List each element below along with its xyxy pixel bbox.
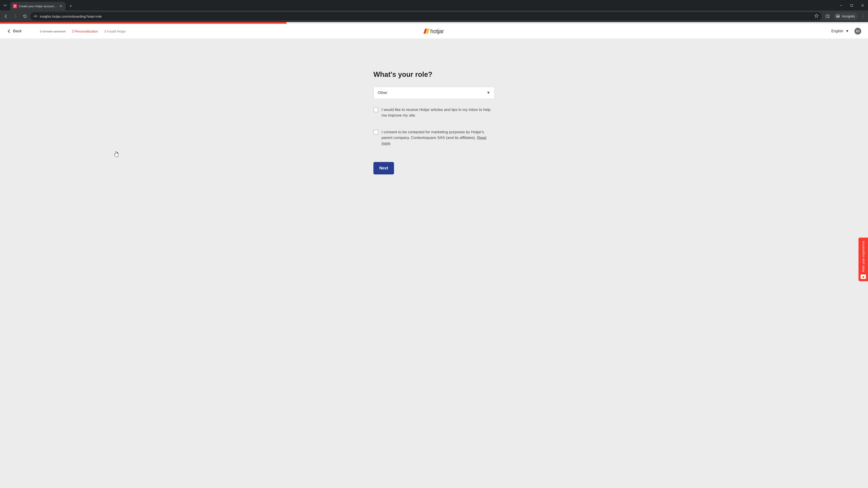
back-label: Back [13,29,22,33]
incognito-label: Incognito [842,14,855,18]
feedback-tab[interactable]: Rate your experience ☻ [859,238,868,281]
marketing-consent-label: I consent to be contacted for marketing … [381,129,495,146]
svg-rect-4 [34,15,35,16]
language-label: English [831,29,843,33]
back-button[interactable]: Back [7,29,22,33]
close-tab-icon[interactable]: ✕ [59,4,63,8]
maximize-icon[interactable] [846,0,857,10]
hotjar-logo-mark-icon [424,29,429,34]
page-heading: What's your role? [373,70,495,78]
url-text: insights.hotjar.com/onboarding?step=role [40,14,812,18]
onboarding-steps: 1 Create account 2 Personalization 3 Ins… [40,29,126,33]
bookmark-star-icon[interactable] [814,14,818,19]
browser-tab-strip: Create your Hotjar account - Ho ✕ + [0,0,868,10]
side-panel-icon[interactable] [823,12,832,20]
reload-icon[interactable] [21,12,29,20]
form-content: What's your role? Other ▼ I would like t… [373,39,495,174]
browser-menu-icon[interactable]: ⋮ [860,14,866,19]
progress-fill [0,22,286,24]
incognito-icon [836,14,840,19]
site-info-icon[interactable] [33,14,37,18]
svg-rect-5 [34,17,35,17]
app-header: Back 1 Create account 2 Personalization … [0,24,868,39]
chevron-down-icon: ▼ [845,29,849,33]
step-install-hotjar: 3 Install Hotjar [104,29,126,33]
page: Back 1 Create account 2 Personalization … [0,22,868,488]
nav-forward-icon [11,12,20,20]
marketing-consent-checkbox[interactable] [373,130,378,135]
svg-point-10 [837,16,838,18]
marketing-consent-text: I consent to be contacted for marketing … [381,130,484,140]
marketing-consent-row: I consent to be contacted for marketing … [373,129,495,146]
address-bar[interactable]: insights.hotjar.com/onboarding?step=role [30,12,822,20]
hotjar-favicon-icon [13,4,17,8]
svg-point-11 [838,16,839,18]
newsletter-checkbox[interactable] [373,107,378,112]
window-controls [835,0,868,10]
new-tab-button[interactable]: + [67,3,74,9]
feedback-smiley-icon: ☻ [861,274,866,279]
progress-bar [0,22,868,24]
user-avatar[interactable]: EJ [855,28,861,35]
feedback-label: Rate your experience [862,241,865,272]
tab-search-dropdown[interactable] [0,0,10,10]
svg-rect-8 [826,15,829,18]
chevron-left-icon [7,29,11,33]
browser-toolbar: insights.hotjar.com/onboarding?step=role… [0,10,868,22]
tab-title: Create your Hotjar account - Ho [19,4,57,8]
hotjar-logo-text: hotjar [430,28,444,35]
nav-back-icon[interactable] [2,12,10,20]
incognito-indicator[interactable]: Incognito [833,12,858,20]
role-select[interactable]: Other ▼ [373,87,495,99]
browser-tab[interactable]: Create your Hotjar account - Ho ✕ [10,2,66,10]
next-button[interactable]: Next [373,162,394,174]
close-window-icon[interactable] [857,0,868,10]
cursor-pointer-icon [114,151,119,157]
minimize-icon[interactable] [835,0,846,10]
newsletter-label: I would like to receive Hotjar articles … [381,107,495,118]
role-select-value: Other [378,91,388,95]
language-selector[interactable]: English ▼ [831,29,849,33]
hotjar-logo: hotjar [424,28,444,35]
step-personalization: 2 Personalization [72,29,98,33]
svg-point-7 [36,16,37,17]
chevron-down-icon: ▼ [487,91,490,95]
step-create-account: 1 Create account [40,29,66,33]
newsletter-checkbox-row: I would like to receive Hotjar articles … [373,107,495,118]
svg-rect-1 [851,4,853,6]
